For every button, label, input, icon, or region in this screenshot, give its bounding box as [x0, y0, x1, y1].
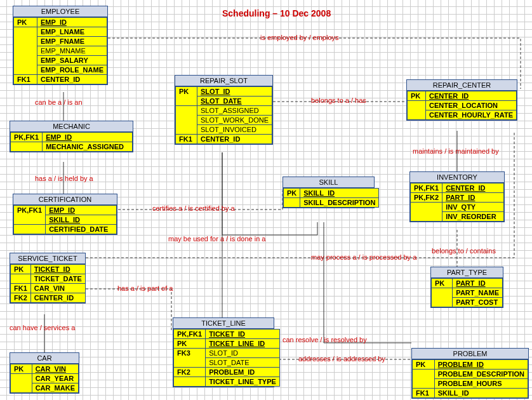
rel-may-be-used: may be used for a / is done in a	[168, 235, 265, 243]
rel-employed-by: is employed by / employs	[260, 34, 339, 41]
tag-cell: PK	[413, 360, 435, 370]
entity-inventory[interactable]: INVENTORY PK,FK1CENTER_IDPK,FK2PART_IDIN…	[409, 171, 505, 222]
entity-car[interactable]: CAR PKCAR_VINCAR_YEARCAR_MAKE	[10, 352, 79, 394]
attr-cell: PROBLEM_DESCRIPTION	[434, 370, 528, 379]
tag-cell: PK,FK1	[14, 206, 46, 225]
tag-cell: PK	[11, 364, 32, 374]
attr-cell: PART_NAME	[453, 288, 503, 298]
attr-cell: CENTER_HOURLY_RATE	[425, 110, 516, 120]
tag-cell	[408, 101, 426, 120]
entity-certification[interactable]: CERTIFICATION PK,FK1EMP_IDSKILL_IDCERTIF…	[13, 194, 117, 235]
attr-cell: PART_COST	[453, 298, 503, 307]
attr-cell: SKILL_ID	[434, 389, 528, 398]
attr-cell: CENTER_ID	[37, 75, 107, 84]
attr-cell: EMP_ID	[37, 18, 107, 27]
tag-cell: PK	[174, 339, 206, 349]
entity-inventory-header: INVENTORY	[410, 172, 504, 183]
tag-cell: PK	[408, 91, 426, 101]
attr-cell: CENTER_ID	[197, 135, 272, 144]
attr-cell: TICKET_ID	[30, 265, 85, 274]
entity-repair-center[interactable]: REPAIR_CENTER PKCENTER_IDCENTER_LOCATION…	[406, 79, 517, 121]
entity-service-ticket[interactable]: SERVICE_TICKET PKTICKET_IDTICKET_DATEFK1…	[10, 253, 86, 303]
attr-cell: PART_ID	[453, 279, 503, 288]
entity-part-type-header: PART_TYPE	[431, 267, 503, 278]
tag-cell	[176, 106, 197, 135]
entity-ticket-line[interactable]: TICKET_LINE PK,FK1TICKET_IDPKTICKET_LINE…	[173, 317, 274, 387]
rel-addresses: addresses / is addressed by	[298, 355, 385, 363]
attr-cell: EMP_LNAME	[37, 27, 107, 37]
attr-cell: CERTIFIED_DATE	[46, 225, 117, 234]
attr-cell: EMP_ROLE_NAME	[37, 65, 107, 75]
entity-employee-header: EMPLOYEE	[13, 6, 107, 17]
tag-cell: PK	[284, 189, 300, 198]
attr-cell: SKILL_ID	[46, 215, 117, 225]
rel-maintains: maintains / is maintained by	[413, 147, 499, 155]
rel-may-process: may process a / is processed by a	[311, 253, 416, 261]
tag-cell: FK1	[176, 135, 197, 144]
tag-cell: PK	[11, 265, 31, 274]
entity-repair-slot-header: REPAIR_SLOT	[175, 76, 272, 86]
tag-cell	[11, 374, 32, 393]
tag-cell	[411, 203, 442, 222]
attr-cell: PROBLEM_HOURS	[434, 379, 528, 389]
entity-problem-header: PROBLEM	[412, 349, 528, 359]
rel-can-resolve: can resolve / is resolved by	[283, 336, 367, 343]
attr-cell: CAR_VIN	[30, 284, 85, 293]
attr-cell: CENTER_ID	[425, 91, 516, 101]
attr-cell: CENTER_ID	[442, 183, 504, 193]
tag-cell	[14, 225, 46, 234]
entity-mechanic[interactable]: MECHANIC PK,FK1EMP_IDMECHANIC_ASSIGNED	[10, 121, 133, 152]
tag-cell: PK,FK2	[411, 193, 442, 203]
rel-can-be-a: can be a / is an	[35, 98, 83, 106]
tag-cell: FK2	[11, 293, 31, 303]
rel-certifies: certifies a / is certified by a	[152, 204, 235, 212]
entity-service-ticket-header: SERVICE_TICKET	[10, 253, 85, 264]
entity-skill-header: SKILL	[283, 177, 374, 188]
attr-cell: SLOT_INVOICED	[197, 125, 272, 135]
attr-cell: EMP_FNAME	[37, 37, 107, 46]
entity-part-type[interactable]: PART_TYPE PKPART_IDPART_NAMEPART_COST	[430, 267, 503, 308]
attr-cell: SLOT_ASSIGNED	[197, 106, 272, 116]
attr-cell: CAR_MAKE	[32, 383, 78, 393]
tag-cell: FK1	[11, 284, 31, 293]
tag-cell: PK,FK1	[174, 330, 206, 339]
diagram-title: Scheduling – 10 Dec 2008	[222, 8, 331, 18]
entity-skill[interactable]: SKILL PKSKILL_IDSKILL_DESCRIPTION	[283, 177, 375, 208]
entity-certification-header: CERTIFICATION	[13, 194, 117, 205]
attr-cell: PROBLEM_ID	[206, 368, 280, 377]
tag-cell: PK,FK1	[411, 183, 442, 193]
attr-cell: PROBLEM_ID	[434, 360, 528, 370]
attr-cell: EMP_SALARY	[37, 56, 107, 65]
attr-cell: SKILL_ID	[300, 189, 379, 198]
attr-cell: CAR_VIN	[32, 364, 78, 374]
attr-cell: SLOT_WORK_DONE	[197, 116, 272, 125]
attr-cell: EMP_MNAME	[37, 46, 107, 56]
rel-belongs-center: belongs to a / has	[311, 97, 366, 104]
tag-cell: FK3	[174, 349, 206, 368]
tag-cell	[413, 370, 435, 389]
tag-cell	[432, 288, 453, 307]
entity-repair-center-header: REPAIR_CENTER	[407, 80, 517, 91]
entity-ticket-line-header: TICKET_LINE	[173, 318, 274, 329]
attr-cell: CAR_YEAR	[32, 374, 78, 383]
entity-problem[interactable]: PROBLEM PKPROBLEM_IDPROBLEM_DESCRIPTIONP…	[411, 348, 529, 399]
entity-employee[interactable]: EMPLOYEE PKEMP_IDEMP_LNAMEEMP_FNAMEEMP_M…	[13, 6, 108, 85]
tag-cell: PK	[176, 87, 197, 106]
entity-mechanic-header: MECHANIC	[10, 121, 133, 132]
attr-cell: SKILL_DESCRIPTION	[300, 198, 379, 208]
tag-cell: PK,FK1	[11, 133, 43, 142]
tag-cell	[284, 198, 300, 208]
attr-cell: SLOT_DATE	[206, 358, 280, 368]
attr-cell: TICKET_DATE	[30, 274, 85, 284]
tag-cell: FK1	[413, 389, 435, 398]
tag-cell: PK	[14, 18, 37, 27]
attr-cell: EMP_ID	[46, 206, 117, 215]
attr-cell: EMP_ID	[43, 133, 133, 142]
entity-repair-slot[interactable]: REPAIR_SLOT PKSLOT_IDSLOT_DATESLOT_ASSIG…	[175, 75, 273, 145]
rel-has-a: has a / is held by a	[35, 175, 93, 182]
attr-cell: TICKET_LINE_TYPE	[206, 377, 280, 387]
tag-cell: FK1	[14, 75, 37, 84]
rel-can-have: can have / services a	[10, 324, 75, 331]
attr-cell: CENTER_LOCATION	[425, 101, 516, 110]
tag-cell: PK	[432, 279, 453, 288]
